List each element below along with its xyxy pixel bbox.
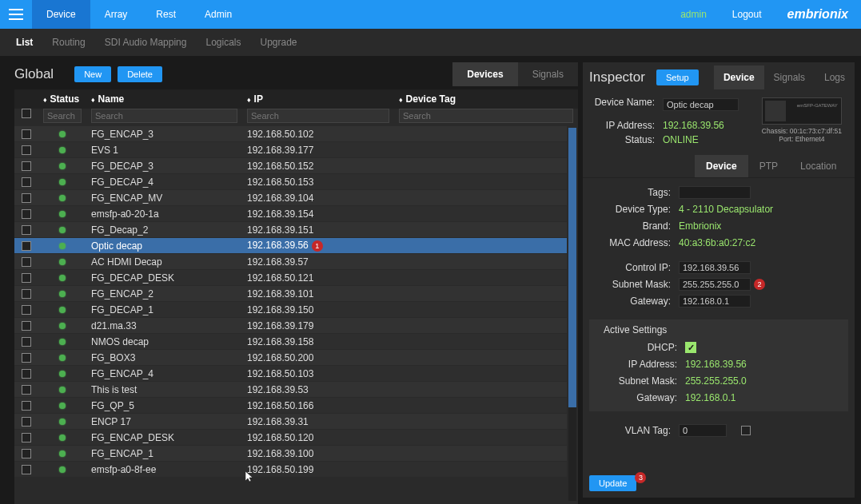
row-checkbox[interactable] <box>22 129 31 139</box>
table-header: ♦Status ♦Name ♦IP ♦Device Tag <box>14 89 578 109</box>
table-row[interactable]: FG_ENCAP_1192.168.39.100 <box>14 446 567 461</box>
row-checkbox[interactable] <box>22 209 31 219</box>
top-tab-admin[interactable]: Admin <box>190 0 246 29</box>
table-row[interactable]: FG_Decap_2192.168.39.151 <box>14 222 567 237</box>
val-amask: 255.255.255.0 <box>685 375 747 387</box>
row-checkbox[interactable] <box>22 401 31 411</box>
filter-status[interactable] <box>43 109 82 123</box>
row-checkbox[interactable] <box>22 193 31 203</box>
filter-ip[interactable] <box>247 109 389 123</box>
logout-link[interactable]: Logout <box>732 9 762 20</box>
col-name[interactable]: ♦Name <box>86 93 242 105</box>
mask-input[interactable] <box>679 278 751 291</box>
delete-button[interactable]: Delete <box>118 66 162 82</box>
table-row[interactable]: AC HDMI Decap192.168.39.57 <box>14 254 567 269</box>
gw-input[interactable] <box>679 295 751 308</box>
filter-name[interactable] <box>91 109 237 123</box>
row-checkbox[interactable] <box>22 321 31 331</box>
table-row[interactable]: FG_DECAP_4192.168.50.153 <box>14 174 567 189</box>
svg-rect-0 <box>9 9 23 10</box>
update-button[interactable]: Update <box>589 475 636 491</box>
table-row[interactable]: FG_DECAP_3192.168.50.152 <box>14 158 567 173</box>
scrollbar[interactable] <box>568 128 576 501</box>
row-checkbox[interactable] <box>22 353 31 363</box>
device-name-input[interactable] <box>663 98 739 111</box>
col-ip[interactable]: ♦IP <box>242 93 394 105</box>
table-row[interactable]: emsfp-a0-20-1a192.168.39.154 <box>14 206 567 221</box>
status-dot-icon <box>59 291 66 297</box>
row-checkbox[interactable] <box>22 145 31 155</box>
inner-tab-device[interactable]: Device <box>695 155 748 177</box>
inspector-tab-device[interactable]: Device <box>714 65 764 89</box>
row-checkbox[interactable] <box>22 449 31 458</box>
ctrlip-input[interactable] <box>679 261 751 274</box>
table-row[interactable]: FG_ENCAP_2192.168.39.101 <box>14 286 567 301</box>
table-row[interactable]: emsfp-a0-8f-ee192.168.50.199 <box>14 462 567 477</box>
row-ip: 192.168.39.101 <box>242 288 394 300</box>
row-name: FG_DECAP_3 <box>86 161 242 172</box>
vlan-checkbox[interactable] <box>741 426 751 435</box>
row-ip: 192.168.39.150 <box>242 304 394 315</box>
filter-tag[interactable] <box>399 109 573 123</box>
row-checkbox[interactable] <box>22 305 31 315</box>
table-row[interactable]: FG_ENCAP_4192.168.50.103 <box>14 366 567 381</box>
inspector-tab-signals[interactable]: Signals <box>764 65 815 89</box>
top-tab-array[interactable]: Array <box>90 0 142 29</box>
hamburger-icon[interactable] <box>0 0 32 29</box>
row-checkbox[interactable] <box>22 417 31 427</box>
row-checkbox[interactable] <box>22 433 31 442</box>
table-row[interactable]: NMOS decap192.168.39.158 <box>14 334 567 349</box>
table-row[interactable]: EVS 1192.168.39.177 <box>14 142 567 157</box>
table-row[interactable]: FG_QP_5192.168.50.166 <box>14 398 567 413</box>
sub-tab-routing[interactable]: Routing <box>52 29 85 56</box>
row-checkbox[interactable] <box>22 369 31 379</box>
inner-tab-location[interactable]: Location <box>789 155 847 177</box>
table-row[interactable]: FG_DECAP_1192.168.39.150 <box>14 302 567 317</box>
table-row[interactable]: This is test192.168.39.53 <box>14 382 567 397</box>
row-checkbox[interactable] <box>22 289 31 299</box>
row-checkbox[interactable] <box>22 257 31 267</box>
device-ip-value: 192.168.39.56 <box>663 118 739 133</box>
table-row[interactable]: d21.ma.33192.168.39.179 <box>14 318 567 333</box>
row-name: emsfp-a0-20-1a <box>86 208 242 220</box>
table-row[interactable]: ENCP 17192.168.39.31 <box>14 414 567 429</box>
mask-badge: 2 <box>754 279 765 290</box>
sub-tab-list[interactable]: List <box>16 29 33 56</box>
row-checkbox[interactable] <box>22 241 31 251</box>
row-checkbox[interactable] <box>22 273 31 283</box>
table-row[interactable]: Optic decap192.168.39.561 <box>14 238 567 253</box>
row-checkbox[interactable] <box>22 225 31 235</box>
row-checkbox[interactable] <box>22 161 31 171</box>
table-row[interactable]: FG_ENCAP_3192.168.50.102 <box>14 126 567 141</box>
sub-tab-logicals[interactable]: Logicals <box>205 29 241 56</box>
new-button[interactable]: New <box>74 66 111 82</box>
row-checkbox[interactable] <box>22 385 31 395</box>
row-ip: 192.168.39.154 <box>242 208 394 220</box>
tags-input[interactable] <box>679 186 751 199</box>
inner-tab-ptp[interactable]: PTP <box>748 155 789 177</box>
col-tag[interactable]: ♦Device Tag <box>394 93 578 105</box>
top-tab-rest[interactable]: Rest <box>142 0 190 29</box>
dhcp-checkbox[interactable]: ✓ <box>685 342 696 353</box>
vlan-input[interactable] <box>679 424 727 437</box>
inspector-tab-logs[interactable]: Logs <box>815 65 855 89</box>
select-all-checkbox[interactable] <box>22 109 31 118</box>
row-checkbox[interactable] <box>22 337 31 347</box>
table-row[interactable]: FG_ENCAP_MV192.168.39.104 <box>14 190 567 205</box>
top-tab-device[interactable]: Device <box>32 0 90 29</box>
setup-button[interactable]: Setup <box>656 69 699 85</box>
table-row[interactable]: FG_BOX3192.168.50.200 <box>14 350 567 365</box>
table-row[interactable]: FG_DECAP_DESK192.168.50.121 <box>14 270 567 285</box>
mid-tab-signals[interactable]: Signals <box>518 62 578 86</box>
row-ip: 192.168.39.151 <box>242 224 394 236</box>
sub-tab-sdi-audio-mapping[interactable]: SDI Audio Mapping <box>105 29 187 56</box>
row-checkbox[interactable] <box>22 465 31 474</box>
status-dot-icon <box>59 435 66 441</box>
mid-tab-devices[interactable]: Devices <box>452 62 517 86</box>
row-checkbox[interactable] <box>22 177 31 187</box>
table-row[interactable]: FG_ENCAP_DESK192.168.50.120 <box>14 430 567 445</box>
col-status[interactable]: ♦Status <box>38 93 86 105</box>
val-brand: Embrionix <box>679 220 721 232</box>
status-dot-icon <box>59 419 66 425</box>
sub-tab-upgrade[interactable]: Upgrade <box>260 29 297 56</box>
